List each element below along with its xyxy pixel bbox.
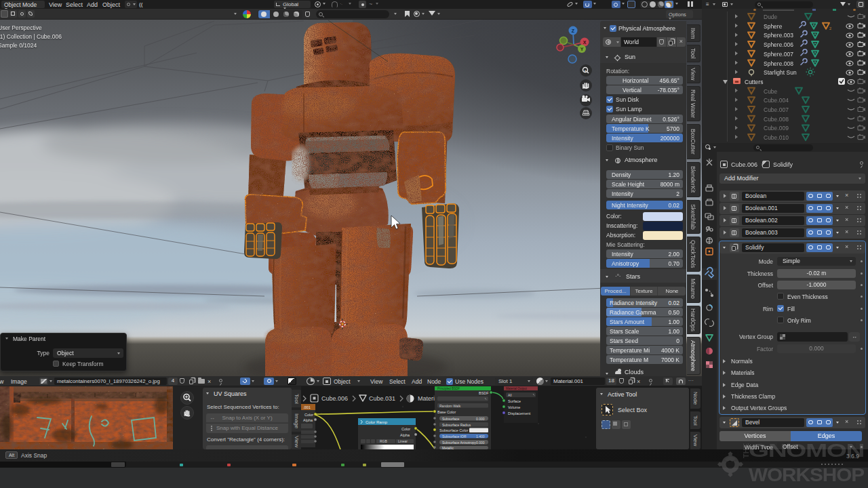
- svg-text:Base Color: Base Color: [437, 410, 456, 414]
- svg-text:Starlight Sun: Starlight Sun: [764, 69, 797, 76]
- svg-text:Subsurface Color: Subsurface Color: [439, 428, 469, 432]
- svg-text:Cube.006: Cube.006: [321, 395, 348, 402]
- svg-text:Cube.009: Cube.009: [764, 125, 789, 131]
- svg-text:.001: .001: [303, 405, 311, 409]
- svg-text:Sphere.006: Sphere.006: [764, 41, 793, 48]
- svg-text:Subsurface Anisotropy: Subsurface Anisotropy: [442, 441, 477, 445]
- svg-text:Alpha: Alpha: [400, 433, 410, 437]
- svg-text:RGB: RGB: [380, 439, 388, 443]
- svg-text:Sphere: Sphere: [764, 23, 783, 30]
- svg-text:All: All: [508, 393, 512, 397]
- svg-text:Cube.010: Cube.010: [764, 134, 789, 141]
- svg-text:Sphere.007: Sphere.007: [764, 51, 793, 58]
- svg-text:0.000: 0.000: [476, 441, 485, 445]
- svg-text:2: 2: [829, 26, 832, 30]
- svg-text:Cutters: Cutters: [745, 79, 763, 85]
- svg-text:WORKSHOP: WORKSHOP: [749, 465, 865, 485]
- svg-text:GNOMON: GNOMON: [749, 441, 864, 461]
- svg-text:Surface: Surface: [508, 399, 521, 403]
- svg-text:1.400: 1.400: [476, 434, 485, 439]
- svg-text:Principled BSDF: Principled BSDF: [437, 387, 460, 390]
- svg-text:Random Walk: Random Walk: [439, 404, 461, 408]
- svg-text:Color: Color: [304, 413, 313, 417]
- svg-text:+: +: [584, 68, 587, 73]
- svg-text:Sphere.008: Sphere.008: [764, 60, 793, 67]
- svg-text:Subsurface IOR: Subsurface IOR: [442, 434, 467, 439]
- svg-text:BSDF: BSDF: [479, 391, 489, 395]
- svg-text:Material Output: Material Output: [506, 387, 528, 390]
- svg-text:Cube: Cube: [764, 88, 778, 95]
- svg-text:0.000: 0.000: [476, 417, 485, 421]
- svg-text:Cube.004: Cube.004: [764, 97, 789, 104]
- svg-text:Cube.031: Cube.031: [369, 395, 395, 402]
- svg-text:Volume: Volume: [508, 405, 520, 409]
- svg-text:Dude: Dude: [764, 14, 778, 20]
- svg-text:Z: Z: [572, 28, 575, 33]
- svg-text:Color: Color: [401, 427, 410, 431]
- svg-text:Y: Y: [580, 47, 584, 52]
- svg-text:X: X: [583, 40, 587, 45]
- svg-text:Displacement: Displacement: [508, 411, 531, 415]
- svg-text:Cube.008: Cube.008: [764, 116, 789, 123]
- svg-text:Subsurface Radius: Subsurface Radius: [442, 423, 471, 427]
- svg-text:Linear: Linear: [398, 439, 408, 443]
- svg-text:Sphere.003: Sphere.003: [764, 32, 793, 39]
- svg-text:Alpha: Alpha: [303, 418, 313, 422]
- svg-text:Subsurface: Subsurface: [442, 417, 460, 421]
- svg-text:Cube.007: Cube.007: [764, 106, 789, 113]
- svg-text:Color Ramp: Color Ramp: [366, 420, 388, 424]
